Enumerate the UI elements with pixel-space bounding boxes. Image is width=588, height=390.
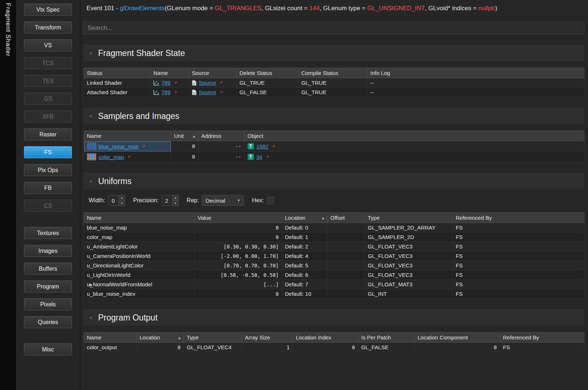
col-name[interactable]: Name [84,213,195,223]
col-source[interactable]: Source [189,68,237,78]
table-row[interactable]: blue_noise_map ↗ 0 -- T 1582 ↗ [84,141,584,152]
col-location[interactable]: Location▲ [282,213,327,223]
expand-row-icon[interactable]: ▶ [90,282,93,286]
col-location-index[interactable]: Location Index [293,333,358,343]
section-header-shader-state[interactable]: ▼ Fragment Shader State [84,45,584,61]
col-label: Location [140,334,160,341]
goto-arrow-icon[interactable]: ↗ [271,144,275,149]
source-link[interactable]: Source [199,80,216,86]
goto-arrow-icon[interactable]: ↗ [174,80,177,85]
sidebar-item-misc[interactable]: Misc [24,343,72,355]
offset-cell [327,280,365,289]
col-value[interactable]: Value [195,213,282,223]
table-row[interactable]: u_AmbientLightColor [0.30, 0.30, 0.30] D… [84,242,584,251]
col-is-per-patch[interactable]: Is Per Patch [358,333,415,343]
table-row[interactable]: blue_noise_map 0 Default: 0 GL_SAMPLER_2… [84,223,584,232]
collapse-icon[interactable]: ▼ [89,114,93,119]
goto-arrow-icon[interactable]: ↗ [127,155,130,159]
col-unit[interactable]: Unit▲ [171,131,198,141]
goto-arrow-icon[interactable]: ↗ [142,144,145,149]
sidebar-item-pixels[interactable]: Pixels [24,298,72,310]
event-param-value: GL_TRIANGLES [215,5,262,12]
table-header-row: Name Location▲ Type Array Size Location … [84,333,584,343]
table-row[interactable]: color_output 0 GL_FLOAT_VEC4 1 0 GL_FALS… [84,343,584,352]
main-content: Event 101 - glDrawElements (GLenum mode … [81,0,588,390]
sidebar-item-program[interactable]: Program [24,280,72,292]
table-row[interactable]: u_CameraPositionInWorld [-2.00, 0.00, 1.… [84,251,584,261]
col-address[interactable]: Address [198,131,245,141]
table-row[interactable]: color_map 0 Default: 1 GL_SAMPLER_2D FS [84,232,584,242]
width-stepper[interactable]: 0 ▲ ▼ [108,195,125,206]
sidebar-item-raster[interactable]: Raster [24,128,72,140]
spin-down-icon[interactable]: ▼ [119,201,125,206]
goto-arrow-icon[interactable]: ↗ [220,90,223,95]
col-location-component[interactable]: Location Component [415,333,500,343]
object-cell: T 1582 ↗ [245,141,584,152]
col-status[interactable]: Status [84,68,150,78]
goto-arrow-icon[interactable]: ↗ [266,155,269,159]
col-referenced-by[interactable]: Referenced By [500,333,584,343]
sidebar-item-vs[interactable]: VS [24,39,72,51]
unit-cell: 0 [171,152,198,162]
sidebar-item-buffers[interactable]: Buffers [24,263,72,275]
object-id-link[interactable]: 34 [256,154,262,160]
col-name[interactable]: Name [84,333,137,343]
sidebar-item-fs[interactable]: FS [24,146,72,158]
source-link[interactable]: Source [199,89,216,95]
referenced-by-cell: FS [453,270,584,280]
offset-cell [327,232,365,242]
col-name[interactable]: Name [84,131,171,141]
col-delete-status[interactable]: Delete Status [237,68,298,78]
col-referenced-by[interactable]: Referenced By [453,213,584,223]
shader-id-link[interactable]: 789 [161,80,170,86]
precision-stepper[interactable]: 2 ▲ ▼ [162,195,179,206]
table-row[interactable]: u_blue_noise_index 0 Default: 10 GL_INT … [84,289,584,299]
texture-name-link[interactable]: blue_noise_map [98,143,138,150]
goto-arrow-icon[interactable]: ↗ [220,80,223,85]
table-row[interactable]: color_map ↗ 0 -- T 34 ↗ [84,152,584,162]
table-row[interactable]: ▶u_NormalWorldFromModel [...] Default: 7… [84,280,584,289]
is-per-patch-cell: GL_FALSE [358,343,415,352]
collapse-icon[interactable]: ▼ [89,315,93,321]
col-compile-status[interactable]: Compile Status [298,68,367,78]
col-type[interactable]: Type [184,333,242,343]
sidebar-item-vtx-spec[interactable]: Vtx Spec [24,4,72,16]
pipeline-state-window: Fragment Shader Vtx Spec Transform VS TC… [0,0,588,390]
table-row[interactable]: Linked Shader 789 ↗ [84,78,584,88]
col-info-log[interactable]: Info Log [367,68,584,78]
shader-id-link[interactable]: 789 [161,89,170,95]
col-label: Unit [174,133,184,139]
table-row[interactable]: u_LightDirInWorld [0.58, -0.58, 0.58] De… [84,270,584,280]
uniform-name-cell: color_map [84,232,195,242]
col-offset[interactable]: Offset [327,213,365,223]
sidebar-item-textures[interactable]: Textures [24,227,72,239]
pipeline-stage-sidebar: Vtx Spec Transform VS TCS TES GS XFB Ras… [16,0,81,390]
goto-arrow-icon[interactable]: ↗ [174,90,177,95]
sidebar-item-queries[interactable]: Queries [24,316,72,328]
col-type[interactable]: Type [365,213,453,223]
table-row[interactable]: Attached Shader 789 ↗ [84,88,584,97]
collapse-icon[interactable]: ▼ [89,51,93,56]
sidebar-item-pix-ops[interactable]: Pix Ops [24,164,72,176]
spin-up-icon[interactable]: ▲ [173,195,178,201]
spin-up-icon[interactable]: ▲ [119,195,125,201]
search-input[interactable] [84,22,584,34]
col-object[interactable]: Object [245,131,584,141]
sidebar-item-transform[interactable]: Transform [24,21,72,33]
collapse-icon[interactable]: ▼ [89,179,93,184]
table-row[interactable]: u_DirectionalLightColor [0.70, 0.70, 0.7… [84,261,584,270]
dock-title-text: Fragment Shader [4,3,12,390]
texture-name-link[interactable]: color_map [98,154,124,160]
section-header-program-output[interactable]: ▼ Program Output [84,310,584,326]
col-name[interactable]: Name [150,68,189,78]
object-id-link[interactable]: 1582 [256,143,268,150]
col-location[interactable]: Location▲ [137,333,184,343]
sidebar-item-fb[interactable]: FB [24,182,72,194]
hex-checkbox[interactable] [267,197,274,204]
rep-select[interactable]: Decimal ▼ [202,195,244,206]
sidebar-item-images[interactable]: Images [24,245,72,257]
section-header-samplers[interactable]: ▼ Samplers and Images [84,108,584,124]
spin-down-icon[interactable]: ▼ [173,201,178,206]
section-header-uniforms[interactable]: ▼ Uniforms [84,173,584,189]
col-array-size[interactable]: Array Size [242,333,293,343]
